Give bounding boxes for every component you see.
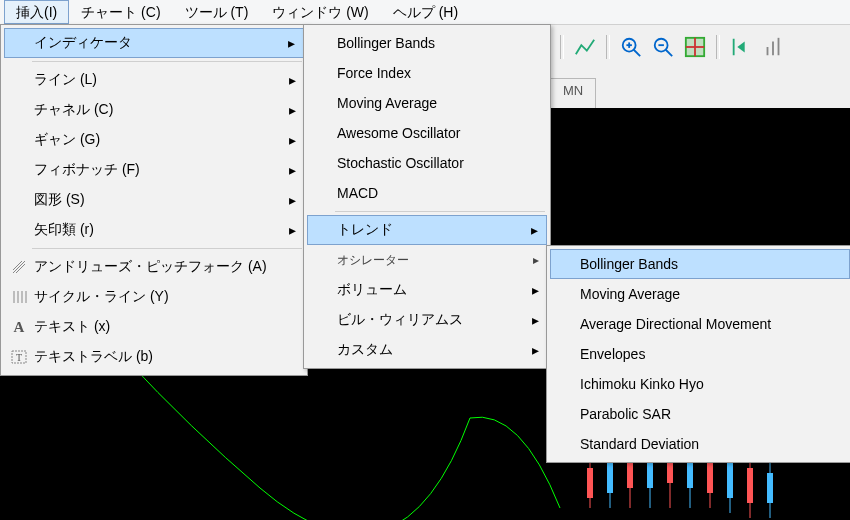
menu-item-text[interactable]: A テキスト (x) (4, 312, 304, 342)
menu-item-gann[interactable]: ギャン (G)▸ (4, 125, 304, 155)
toolbar-separator (716, 35, 720, 59)
submenu-arrow-icon: ▸ (289, 222, 296, 238)
menu-item-moving-average[interactable]: Moving Average (550, 279, 850, 309)
svg-rect-31 (727, 458, 733, 498)
submenu-arrow-icon: ▸ (533, 253, 539, 267)
menu-item-label: インディケータ (34, 34, 132, 52)
menu-item-label: フィボナッチ (F) (34, 161, 140, 179)
submenu-arrow-icon: ▸ (532, 312, 539, 328)
menu-item-fibonacci[interactable]: フィボナッチ (F)▸ (4, 155, 304, 185)
menu-item-label: ボリューム (337, 281, 407, 299)
menu-item-label: ビル・ウィリアムス (337, 311, 463, 329)
menu-item-bollinger-bands[interactable]: Bollinger Bands (307, 28, 547, 58)
menu-item-label: アンドリューズ・ピッチフォーク (A) (34, 258, 267, 276)
menu-item-label: MACD (337, 185, 378, 201)
menubar: 挿入(I) チャート (C) ツール (T) ウィンドウ (W) ヘルプ (H) (0, 0, 850, 25)
submenu-arrow-icon: ▸ (531, 222, 538, 238)
grid-icon[interactable] (684, 36, 706, 58)
menu-item-label: テキスト (x) (34, 318, 110, 336)
menu-item-parabolic-sar[interactable]: Parabolic SAR (550, 399, 850, 429)
submenu-arrow-icon: ▸ (289, 102, 296, 118)
menu-item-macd[interactable]: MACD (307, 178, 547, 208)
menu-item-trend[interactable]: トレンド▸ (307, 215, 547, 245)
insert-menu: インディケータ ▸ ライン (L)▸ チャネル (C)▸ ギャン (G)▸ フィ… (0, 24, 308, 376)
shift-begin-icon[interactable] (730, 36, 752, 58)
svg-rect-33 (747, 468, 753, 503)
menu-insert[interactable]: 挿入(I) (4, 0, 69, 24)
menu-item-label: サイクル・ライン (Y) (34, 288, 169, 306)
menu-item-bollinger-bands[interactable]: Bollinger Bands (550, 249, 850, 279)
indicator-menu: Bollinger Bands Force Index Moving Avera… (303, 24, 551, 369)
submenu-arrow-icon: ▸ (289, 162, 296, 178)
toolbar (560, 32, 784, 62)
menu-item-label: Moving Average (337, 95, 437, 111)
svg-line-5 (666, 50, 672, 56)
menu-item-oscillator[interactable]: オシレーター▸ (307, 245, 547, 275)
menu-item-shapes[interactable]: 図形 (S)▸ (4, 185, 304, 215)
text-icon: A (10, 318, 28, 336)
menu-item-indicator[interactable]: インディケータ ▸ (4, 28, 304, 58)
menu-item-label: 図形 (S) (34, 191, 85, 209)
menu-item-label: Force Index (337, 65, 411, 81)
menu-separator (32, 61, 302, 62)
svg-marker-12 (737, 42, 744, 53)
menu-item-volume[interactable]: ボリューム▸ (307, 275, 547, 305)
zoom-out-icon[interactable] (652, 36, 674, 58)
menu-item-force-index[interactable]: Force Index (307, 58, 547, 88)
menu-separator (32, 248, 302, 249)
menu-item-label: Parabolic SAR (580, 406, 671, 422)
timeframe-tab-mn[interactable]: MN (550, 78, 596, 111)
menu-item-label: Standard Deviation (580, 436, 699, 452)
menu-item-adm[interactable]: Average Directional Movement (550, 309, 850, 339)
menu-item-label: Stochastic Oscillator (337, 155, 464, 171)
toolbar-separator (560, 35, 564, 59)
submenu-arrow-icon: ▸ (289, 72, 296, 88)
menu-item-ichimoku[interactable]: Ichimoku Kinko Hyo (550, 369, 850, 399)
menu-item-text-label[interactable]: T テキストラベル (b) (4, 342, 304, 372)
submenu-arrow-icon: ▸ (288, 35, 295, 51)
menu-tools[interactable]: ツール (T) (173, 0, 261, 24)
menu-item-moving-average[interactable]: Moving Average (307, 88, 547, 118)
menu-window[interactable]: ウィンドウ (W) (260, 0, 380, 24)
menu-item-label: Moving Average (580, 286, 680, 302)
menu-item-channel[interactable]: チャネル (C)▸ (4, 95, 304, 125)
menu-item-stochastic-oscillator[interactable]: Stochastic Oscillator (307, 148, 547, 178)
svg-text:T: T (16, 352, 22, 363)
submenu-arrow-icon: ▸ (289, 192, 296, 208)
menu-item-label: Bollinger Bands (580, 256, 678, 272)
svg-rect-35 (767, 473, 773, 503)
pitchfork-icon (10, 258, 28, 276)
menu-help[interactable]: ヘルプ (H) (381, 0, 470, 24)
svg-line-1 (634, 50, 640, 56)
menu-item-label: Bollinger Bands (337, 35, 435, 51)
svg-rect-29 (707, 463, 713, 493)
menu-item-custom[interactable]: カスタム▸ (307, 335, 547, 365)
menu-item-label: Envelopes (580, 346, 645, 362)
menu-item-awesome-oscillator[interactable]: Awesome Oscillator (307, 118, 547, 148)
menu-chart[interactable]: チャート (C) (69, 0, 172, 24)
menu-item-line[interactable]: ライン (L)▸ (4, 65, 304, 95)
menu-item-label: Ichimoku Kinko Hyo (580, 376, 704, 392)
zoom-in-icon[interactable] (620, 36, 642, 58)
submenu-arrow-icon: ▸ (289, 132, 296, 148)
menu-item-envelopes[interactable]: Envelopes (550, 339, 850, 369)
toolbar-separator (606, 35, 610, 59)
shift-end-icon[interactable] (762, 36, 784, 58)
menu-item-label: オシレーター (337, 252, 409, 269)
menu-item-label: カスタム (337, 341, 393, 359)
menu-item-andrews-pitchfork[interactable]: アンドリューズ・ピッチフォーク (A) (4, 252, 304, 282)
menu-item-standard-deviation[interactable]: Standard Deviation (550, 429, 850, 459)
menu-item-label: チャネル (C) (34, 101, 113, 119)
cycle-line-icon (10, 288, 28, 306)
svg-rect-19 (607, 458, 613, 493)
menu-item-arrows[interactable]: 矢印類 (r)▸ (4, 215, 304, 245)
menu-item-bill-williams[interactable]: ビル・ウィリアムス▸ (307, 305, 547, 335)
submenu-arrow-icon: ▸ (532, 282, 539, 298)
chart-line-icon[interactable] (574, 36, 596, 58)
menu-item-cycle-line[interactable]: サイクル・ライン (Y) (4, 282, 304, 312)
submenu-arrow-icon: ▸ (532, 342, 539, 358)
menu-item-label: ライン (L) (34, 71, 97, 89)
text-label-icon: T (10, 348, 28, 366)
menu-item-label: ギャン (G) (34, 131, 100, 149)
menu-item-label: 矢印類 (r) (34, 221, 94, 239)
